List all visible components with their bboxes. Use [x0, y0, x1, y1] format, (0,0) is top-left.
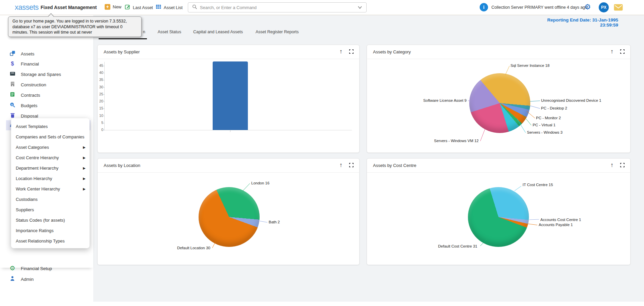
- menu-item-label: Suppliers: [16, 207, 34, 212]
- pie-label-bath: Bath 2: [269, 220, 280, 224]
- assets-icon: [9, 50, 15, 57]
- reporting-end-date[interactable]: Reporting End Date: 31-Jan-1995 23:59:59: [533, 17, 618, 28]
- edit-pencil-icon: [125, 4, 130, 11]
- pie-label-servers-windows-vm: Servers - Windows VM 12: [434, 139, 479, 143]
- submenu-arrow-icon: ▶: [83, 187, 86, 191]
- sidebar-item-construction[interactable]: Construction: [0, 80, 93, 90]
- user-avatar[interactable]: PX: [599, 2, 609, 12]
- menu-item-label: Cost Centre Hierarchy: [16, 155, 59, 160]
- pie-label-servers-windows: Servers - Windows 3: [527, 130, 562, 134]
- table-grid-icon: [156, 4, 161, 11]
- y-axis-tick-mark: [104, 116, 105, 116]
- submenu-arrow-icon: ▶: [83, 156, 86, 160]
- menu-item-label: Asset Categories: [16, 145, 49, 150]
- sidebar-label: Admin: [21, 277, 34, 282]
- contracts-icon: [9, 92, 15, 98]
- last-asset-button[interactable]: Last Asset: [125, 4, 153, 11]
- y-axis-tick-label: 45: [98, 63, 103, 68]
- tab-asset-status[interactable]: Asset Status: [158, 30, 181, 34]
- menu-item-department-hierarchy[interactable]: Department Hierarchy▶: [11, 164, 90, 172]
- y-axis-tick-label: 30: [98, 85, 103, 89]
- xassets-logo[interactable]: xassets: [15, 3, 39, 12]
- sidebar-item-contracts[interactable]: Contracts: [0, 90, 93, 100]
- pie-chart-assets-by-location[interactable]: [199, 187, 260, 247]
- move-up-icon[interactable]: ↑: [610, 48, 613, 55]
- menu-item-asset-templates[interactable]: Asset Templates: [11, 122, 90, 131]
- tooltip-line: minutes. This session will time out at n…: [12, 30, 137, 35]
- top-bar: xassets Fixed Asset Management + New Las…: [0, 0, 644, 15]
- menu-item-label: Custodians: [16, 197, 38, 202]
- move-up-icon[interactable]: ↑: [339, 48, 342, 55]
- pie-label-accounts-cost-centre: Accounts Cost Centre 1: [540, 218, 581, 222]
- fullscreen-icon[interactable]: [349, 49, 354, 55]
- menu-item-companies-and-sets-of-companies[interactable]: Companies and Sets of Companies: [11, 132, 90, 141]
- sidebar-label: Budgets: [21, 103, 38, 108]
- move-up-icon[interactable]: ↑: [610, 162, 613, 169]
- y-axis-tick-mark: [104, 130, 105, 130]
- fixed-asset-management-page: xassets Fixed Asset Management + New Las…: [0, 0, 644, 306]
- pie-chart-assets-by-category[interactable]: [469, 73, 530, 133]
- sidebar-label: Construction: [21, 82, 46, 87]
- menu-item-label: Department Hierarchy: [16, 166, 58, 171]
- fullscreen-icon[interactable]: [349, 163, 354, 169]
- tab-asset-register-reports[interactable]: Asset Register Reports: [256, 30, 299, 34]
- chevron-down-icon[interactable]: [358, 4, 362, 10]
- menu-item-asset-categories[interactable]: Asset Categories▶: [11, 143, 90, 151]
- y-axis-tick-label: 0: [98, 128, 103, 132]
- menu-item-label: Importance Ratings: [16, 228, 54, 233]
- supplier-bar[interactable]: [213, 61, 248, 130]
- pie-label-london: London 16: [251, 181, 269, 185]
- app-title: Fixed Asset Management: [41, 5, 97, 10]
- info-icon[interactable]: i: [480, 3, 488, 11]
- y-axis-tick-mark: [104, 66, 105, 66]
- person-icon: [9, 276, 15, 282]
- card-title: Assets by Location: [104, 163, 140, 168]
- financial-icon: $: [9, 61, 15, 67]
- tab-capital-and-leased-assets[interactable]: Capital and Leased Assets: [193, 30, 243, 34]
- command-search-box[interactable]: [188, 2, 367, 12]
- menu-item-importance-ratings[interactable]: Importance Ratings: [11, 226, 90, 235]
- y-axis-tick-mark: [104, 94, 105, 95]
- submenu-arrow-icon: ▶: [83, 145, 86, 149]
- sidebar-item-budgets[interactable]: $ Budgets: [0, 100, 93, 111]
- menu-item-suppliers[interactable]: Suppliers: [11, 205, 90, 214]
- y-axis-tick-mark: [104, 80, 105, 80]
- mail-envelope-icon[interactable]: [614, 4, 623, 12]
- pie-label-default-location: Default Location 30: [177, 246, 210, 250]
- tooltip-line: Go to your home page. You are logged in …: [12, 18, 137, 24]
- search-input[interactable]: [200, 5, 355, 10]
- fullscreen-icon[interactable]: [620, 49, 625, 55]
- sidebar-label: Disposal: [21, 114, 38, 119]
- card-header: Assets by Cost Centre ↑: [367, 159, 630, 173]
- menu-item-status-codes-for-assets[interactable]: Status Codes (for assets): [11, 216, 90, 224]
- y-axis-tick-label: 10: [98, 114, 103, 118]
- menu-item-work-center-hierarchy[interactable]: Work Center Hierarchy▶: [11, 184, 90, 193]
- sidebar-label: Financial: [21, 61, 39, 67]
- pie-label-default-cost-centre: Default Cost Centre 31: [438, 244, 477, 248]
- pie-chart-assets-by-cost-centre[interactable]: [468, 187, 529, 247]
- y-axis-tick-label: 40: [98, 71, 103, 75]
- asset-list-button[interactable]: Asset List: [156, 4, 182, 11]
- menu-item-asset-relationship-types[interactable]: Asset Relationship Types: [11, 236, 90, 245]
- sidebar-label: Assets: [21, 51, 35, 56]
- move-up-icon[interactable]: ↑: [339, 162, 342, 169]
- menu-item-custodians[interactable]: Custodians: [11, 195, 90, 204]
- y-axis-tick-label: 15: [98, 106, 103, 110]
- sidebar-item-financial[interactable]: $ Financial: [0, 59, 93, 69]
- fullscreen-icon[interactable]: [620, 163, 625, 169]
- menu-item-location-hierarchy[interactable]: Location Hierarchy▶: [11, 174, 90, 183]
- y-axis-line: [104, 62, 105, 130]
- sidebar-item-storage-and-spares[interactable]: Storage and Spares: [0, 69, 93, 79]
- y-axis-tick-mark: [104, 101, 105, 102]
- card-assets-by-cost-centre: Assets by Cost Centre ↑ IT Cost Centre 1…: [367, 158, 631, 265]
- settings-gear-icon[interactable]: ⚙: [584, 3, 591, 11]
- construction-icon: [9, 81, 15, 88]
- sidebar-item-assets[interactable]: Assets: [0, 49, 93, 59]
- menu-item-cost-centre-hierarchy[interactable]: Cost Centre Hierarchy▶: [11, 153, 90, 162]
- sidebar-item-admin[interactable]: Admin: [0, 274, 93, 284]
- new-button[interactable]: + New: [105, 4, 121, 10]
- last-asset-label: Last Asset: [133, 5, 153, 10]
- sidebar-item-financial-setup[interactable]: ⚙ Financial Setup: [0, 263, 93, 273]
- tab-active-partially-hidden[interactable]: n: [143, 30, 145, 34]
- classification-flyout-menu: Asset Templates Companies and Sets of Co…: [11, 118, 90, 248]
